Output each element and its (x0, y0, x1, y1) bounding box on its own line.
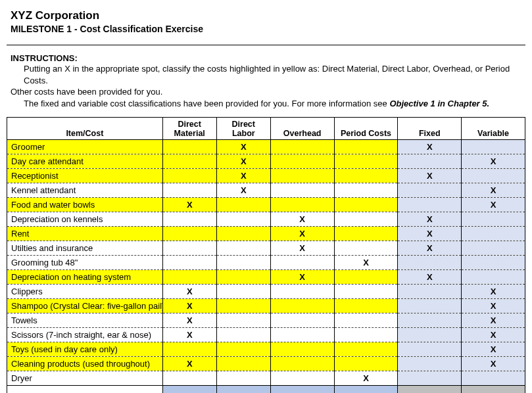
cell-direct-material: X (162, 299, 216, 313)
x-mark: X (491, 156, 496, 166)
cell-direct-material: X (162, 328, 216, 342)
cell-direct-labor: X (216, 183, 270, 198)
col-variable: Variable (462, 118, 525, 140)
milestone-title: MILESTONE 1 - Cost Classification Exerci… (11, 24, 525, 34)
table-row: DryerX (7, 371, 525, 386)
cell-item: Day care attendant (7, 154, 163, 169)
cell-fixed (398, 256, 462, 270)
cell-fixed (398, 154, 462, 169)
col-overhead: Overhead (270, 118, 334, 140)
cell-direct-material (162, 227, 216, 241)
cell-fixed (398, 198, 462, 212)
cell-variable (462, 169, 525, 183)
cell-variable: X (462, 285, 525, 299)
cell-direct-labor (216, 285, 270, 299)
cell-item: Toys (used in day care only) (7, 342, 163, 357)
footer-cell (334, 386, 398, 393)
x-mark: X (187, 287, 193, 296)
table-body: GroomerXXDay care attendantXXReceptionis… (7, 140, 525, 386)
table-row: ReceptionistXX (7, 169, 525, 183)
cost-classification-table: Item/Cost Direct Material Direct Labor O… (7, 117, 525, 393)
company-title: XYZ Corporation (11, 9, 525, 22)
cell-overhead (270, 198, 334, 212)
cell-item: Cleaning products (used throughout) (7, 357, 163, 371)
x-mark: X (491, 301, 496, 311)
cell-period-costs (334, 227, 398, 241)
cell-overhead (270, 357, 334, 371)
table-row: Scissors (7-inch straight, ear & nose)XX (7, 328, 525, 342)
x-mark: X (187, 330, 193, 340)
cell-item: Receptionist (7, 169, 163, 183)
cell-direct-material (162, 256, 216, 270)
instructions-body: Putting an X in the appropriate spot, cl… (11, 63, 525, 109)
col-direct-material: Direct Material (162, 118, 216, 140)
cell-direct-labor (216, 227, 270, 241)
instructions-line-2: Other costs have been provided for you. (11, 86, 525, 98)
x-mark: X (241, 156, 247, 166)
cell-direct-material (162, 169, 216, 183)
cell-direct-material (162, 154, 216, 169)
x-mark: X (491, 185, 496, 195)
cell-item: Scissors (7-inch straight, ear & nose) (7, 328, 163, 342)
cell-fixed (398, 328, 462, 342)
cell-period-costs (334, 183, 398, 198)
cell-period-costs (334, 212, 398, 227)
cell-direct-material: X (162, 357, 216, 371)
cell-item: Food and water bowls (7, 198, 163, 212)
cell-item: Depreciation on heating system (7, 270, 163, 285)
table-header-row: Item/Cost Direct Material Direct Labor O… (7, 118, 525, 140)
table-footer-row (7, 386, 525, 393)
footer-cell (216, 386, 270, 393)
cell-variable: X (462, 198, 525, 212)
cell-fixed (398, 285, 462, 299)
cell-direct-labor (216, 342, 270, 357)
cell-item: Depreciation on kennels (7, 212, 163, 227)
x-mark: X (427, 171, 433, 181)
cell-period-costs (334, 342, 398, 357)
cell-variable (462, 270, 525, 285)
cell-item: Towels (7, 313, 163, 328)
x-mark: X (363, 373, 369, 383)
cell-overhead: X (270, 212, 334, 227)
cell-period-costs (334, 169, 398, 183)
x-mark: X (491, 330, 496, 340)
horizontal-rule (7, 45, 525, 45)
cell-variable (462, 140, 525, 154)
x-mark: X (241, 171, 247, 181)
footer-cell (462, 386, 525, 393)
table-row: Toys (used in day care only)X (7, 342, 525, 357)
table-row: Day care attendantXX (7, 154, 525, 169)
cell-direct-labor (216, 256, 270, 270)
cell-fixed: X (398, 169, 462, 183)
x-mark: X (491, 344, 496, 354)
cell-direct-material (162, 140, 216, 154)
x-mark: X (241, 185, 247, 195)
cell-period-costs (334, 299, 398, 313)
cell-direct-material (162, 183, 216, 198)
table-row: GroomerXX (7, 140, 525, 154)
cell-direct-labor (216, 198, 270, 212)
cell-variable: X (462, 357, 525, 371)
table-row: TowelsXX (7, 313, 525, 328)
table-row: Depreciation on heating systemXX (7, 270, 525, 285)
cell-item: Rent (7, 227, 163, 241)
table-row: Kennel attendantXX (7, 183, 525, 198)
x-mark: X (427, 229, 433, 239)
cell-period-costs (334, 154, 398, 169)
table-row: Food and water bowlsXX (7, 198, 525, 212)
x-mark: X (491, 359, 496, 369)
col-item: Item/Cost (7, 118, 163, 140)
cell-direct-labor (216, 241, 270, 256)
x-mark: X (299, 229, 305, 239)
cell-variable: X (462, 183, 525, 198)
footer-cell (7, 386, 163, 393)
cell-direct-material (162, 212, 216, 227)
cell-direct-material (162, 342, 216, 357)
cell-direct-material: X (162, 313, 216, 328)
col-direct-labor: Direct Labor (216, 118, 270, 140)
cell-period-costs (334, 241, 398, 256)
cell-item: Clippers (7, 285, 163, 299)
cell-item: Utilties and insurance (7, 241, 163, 256)
cell-variable (462, 227, 525, 241)
table-row: Cleaning products (used throughout)XX (7, 357, 525, 371)
